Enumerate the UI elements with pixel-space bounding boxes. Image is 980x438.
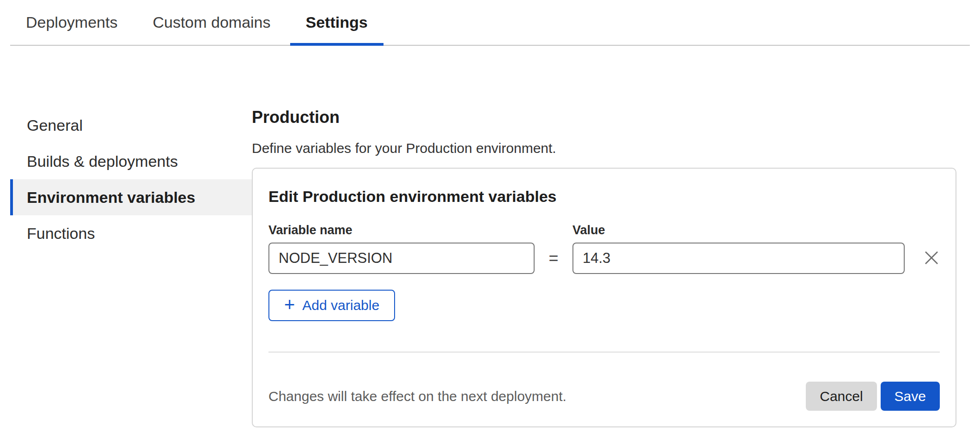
field-labels-row: Variable name Value	[268, 222, 940, 238]
remove-variable-button[interactable]	[923, 250, 940, 267]
sidebar-item-builds-deployments[interactable]: Builds & deployments	[10, 143, 252, 179]
sidebar-item-functions[interactable]: Functions	[10, 215, 252, 251]
x-icon	[924, 250, 939, 267]
variable-value-input[interactable]	[572, 243, 905, 274]
tab-deployments[interactable]: Deployments	[10, 0, 133, 45]
variable-row: =	[268, 243, 940, 274]
project-tab-bar: Deployments Custom domains Settings	[10, 0, 970, 46]
variable-name-input[interactable]	[268, 243, 535, 274]
add-variable-label: Add variable	[302, 298, 379, 313]
footer-buttons: Cancel Save	[806, 382, 940, 411]
sidebar-item-environment-variables[interactable]: Environment variables	[10, 179, 252, 215]
equals-sign: =	[535, 249, 572, 268]
card-footer: Changes will take effect on the next dep…	[268, 382, 940, 411]
page-description: Define variables for your Production env…	[252, 140, 956, 157]
value-label: Value	[572, 222, 605, 238]
save-button[interactable]: Save	[881, 382, 940, 411]
page-title: Production	[252, 107, 956, 128]
variable-name-label: Variable name	[268, 222, 535, 238]
add-variable-button[interactable]: + Add variable	[268, 290, 395, 321]
cancel-button[interactable]: Cancel	[806, 382, 877, 411]
plus-icon: +	[284, 295, 295, 314]
settings-sidebar: General Builds & deployments Environment…	[10, 107, 252, 427]
edit-variables-card: Edit Production environment variables Va…	[252, 168, 956, 427]
sidebar-item-general[interactable]: General	[10, 107, 252, 143]
card-title: Edit Production environment variables	[268, 186, 940, 207]
footer-note: Changes will take effect on the next dep…	[268, 389, 566, 404]
tab-settings[interactable]: Settings	[290, 0, 383, 46]
tab-custom-domains[interactable]: Custom domains	[137, 0, 286, 45]
settings-content: General Builds & deployments Environment…	[0, 46, 980, 427]
card-divider	[268, 352, 940, 353]
environment-variables-panel: Production Define variables for your Pro…	[252, 107, 956, 427]
